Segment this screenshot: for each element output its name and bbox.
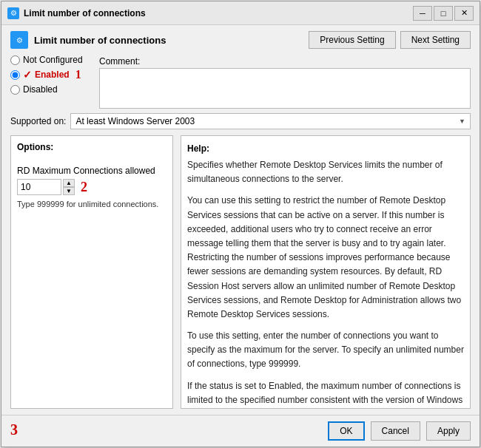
- header-left: ⚙ Limit number of connections: [10, 31, 166, 49]
- help-para-1: Specifies whether Remote Desktop Service…: [187, 158, 464, 186]
- cancel-button[interactable]: Cancel: [371, 421, 420, 441]
- content-area: ⚙ Limit number of connections Previous S…: [1, 25, 480, 415]
- supported-label: Supported on:: [10, 116, 66, 126]
- disabled-option[interactable]: Disabled: [10, 84, 92, 95]
- options-title: Options:: [17, 142, 166, 152]
- comment-label: Comment:: [99, 55, 471, 67]
- header-buttons: Previous Setting Next Setting: [309, 31, 471, 49]
- apply-button[interactable]: Apply: [426, 421, 471, 441]
- help-para-4: If the status is set to Enabled, the max…: [187, 379, 464, 409]
- annotation-1: 1: [75, 68, 81, 81]
- connections-input[interactable]: [17, 179, 61, 195]
- title-controls: ─ □ ✕: [413, 6, 474, 21]
- help-para-2: You can use this setting to restrict the…: [187, 194, 464, 322]
- help-panel: Help: Specifies whether Remote Desktop S…: [181, 135, 471, 409]
- header-section: ⚙ Limit number of connections Previous S…: [10, 31, 471, 49]
- number-input-row: ▲ ▼ 2: [17, 179, 166, 195]
- maximize-button[interactable]: □: [434, 6, 453, 21]
- spin-down-button[interactable]: ▼: [63, 187, 75, 195]
- close-button[interactable]: ✕: [454, 6, 474, 21]
- help-title: Help:: [187, 142, 464, 155]
- main-window: ⚙ Limit number of connections ─ □ ✕ ⚙ Li…: [1, 1, 480, 447]
- comment-column: Comment:: [99, 55, 471, 109]
- help-para-3: To use this setting, enter the number of…: [187, 329, 464, 372]
- supported-section: Supported on: At least Windows Server 20…: [10, 113, 471, 129]
- spin-buttons: ▲ ▼: [63, 179, 75, 195]
- enabled-radio[interactable]: [10, 70, 20, 80]
- supported-scroll-arrow: ▼: [459, 118, 465, 125]
- not-configured-option[interactable]: Not Configured: [10, 55, 92, 65]
- title-bar: ⚙ Limit number of connections ─ □ ✕: [1, 1, 480, 25]
- annotation-2: 2: [81, 180, 87, 195]
- options-content: RD Maximum Connections allowed ▲ ▼ 2 Typ…: [17, 166, 166, 208]
- disabled-radio[interactable]: [10, 85, 20, 95]
- spin-up-button[interactable]: ▲: [63, 179, 75, 187]
- supported-text: At least Windows Server 2003: [75, 116, 195, 126]
- comment-textarea[interactable]: [99, 68, 471, 109]
- annotation-3: 3: [10, 421, 18, 441]
- next-setting-button[interactable]: Next Setting: [400, 31, 471, 49]
- bottom-bar: 3 OK Cancel Apply: [1, 415, 480, 447]
- options-panel: Options: RD Maximum Connections allowed …: [10, 135, 173, 409]
- prev-setting-button[interactable]: Previous Setting: [309, 31, 395, 49]
- help-text: Specifies whether Remote Desktop Service…: [187, 158, 464, 409]
- rd-max-label: RD Maximum Connections allowed: [17, 166, 166, 176]
- policy-title: Limit number of connections: [34, 35, 166, 46]
- ok-button[interactable]: OK: [328, 421, 364, 441]
- supported-value-box: At least Windows Server 2003 ▼: [70, 113, 471, 129]
- not-configured-radio[interactable]: [10, 55, 20, 65]
- enabled-option[interactable]: ✓ Enabled 1: [10, 68, 92, 81]
- middle-section: Options: RD Maximum Connections allowed …: [10, 135, 471, 409]
- policy-icon: ⚙: [10, 31, 28, 49]
- window-icon: ⚙: [7, 7, 19, 19]
- radio-column: Not Configured ✓ Enabled 1 Disabled: [10, 55, 92, 109]
- window-title: Limit number of connections: [24, 8, 146, 18]
- top-row: Not Configured ✓ Enabled 1 Disabled Comm…: [10, 55, 471, 109]
- minimize-button[interactable]: ─: [413, 6, 432, 21]
- unlimited-text: Type 999999 for unlimited connections.: [17, 200, 166, 208]
- comment-container: [99, 68, 471, 109]
